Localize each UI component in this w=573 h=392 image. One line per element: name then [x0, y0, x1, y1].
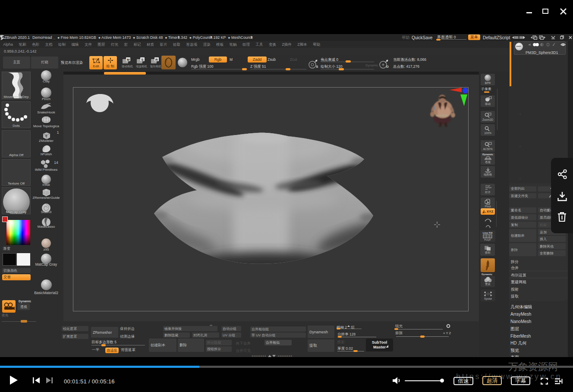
svg-text:S: S — [316, 65, 318, 69]
svg-text:D: D — [386, 65, 389, 69]
svg-text:R: R — [155, 58, 158, 62]
svg-text:S: S — [141, 58, 144, 62]
svg-text:M: M — [127, 58, 130, 62]
